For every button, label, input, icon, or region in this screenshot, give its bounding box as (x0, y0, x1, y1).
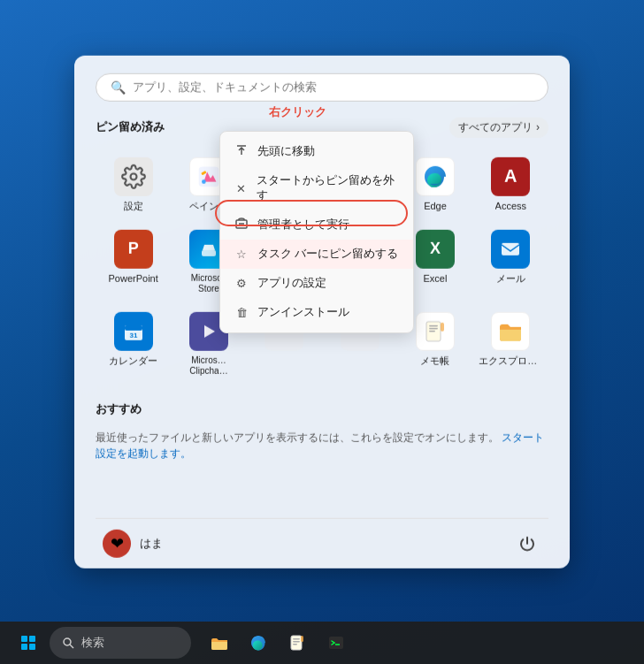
pin-taskbar-icon: ☆ (234, 248, 249, 261)
app-powerpoint-label: PowerPoint (109, 272, 158, 284)
svg-point-31 (64, 638, 71, 645)
start-button[interactable] (11, 625, 46, 660)
svg-rect-23 (441, 322, 444, 331)
app-access[interactable]: A Access (473, 149, 548, 218)
context-menu-item-move-top[interactable]: 先頭に移動 (220, 137, 413, 166)
svg-point-2 (202, 179, 206, 184)
context-app-settings-label: アプリの設定 (257, 276, 326, 291)
user-info[interactable]: ❤ はま (103, 529, 163, 557)
app-notepad-label: メモ帳 (420, 355, 449, 366)
recommended-text: 最近使ったファイルと新しいアプリを表示するには、これらを設定でオンにします。 ス… (96, 429, 548, 461)
svg-rect-27 (21, 636, 27, 642)
context-menu-item-pin-taskbar[interactable]: ☆ タスク バーにピン留めする (220, 240, 413, 269)
svg-rect-29 (21, 644, 27, 650)
svg-rect-15 (125, 324, 142, 330)
svg-rect-12 (502, 242, 519, 255)
app-settings-label: 設定 (124, 200, 143, 211)
taskbar-file-explorer[interactable] (202, 625, 237, 660)
context-unpin-start-label: スタートからピン留めを外す (257, 173, 399, 203)
app-calendar-label: カレンダー (109, 355, 157, 366)
notepad-icon (416, 311, 455, 350)
all-apps-button[interactable]: すべてのアプリ › (449, 117, 548, 137)
taskbar-search[interactable]: 検索 (50, 627, 191, 659)
run-admin-icon (234, 218, 249, 233)
recommended-title: おすすめ (96, 401, 142, 416)
context-pin-taskbar-label: タスク バーにピン留めする (257, 247, 398, 262)
settings-icon (114, 156, 153, 195)
app-excel-label: Excel (424, 272, 448, 284)
access-icon: A (491, 156, 530, 195)
app-settings-menu-icon: ⚙ (234, 277, 249, 290)
svg-rect-22 (429, 330, 435, 332)
svg-line-32 (70, 645, 73, 648)
taskbar-center-icons (202, 625, 354, 660)
svg-rect-10 (202, 249, 216, 256)
recommended-header: おすすめ (96, 401, 548, 416)
context-menu-item-uninstall[interactable]: 🗑 アンインストール (220, 298, 413, 327)
svg-rect-30 (29, 644, 35, 650)
context-menu-item-app-settings[interactable]: ⚙ アプリの設定 (220, 269, 413, 298)
user-name: はま (140, 535, 163, 551)
app-access-label: Access (495, 200, 526, 211)
user-avatar: ❤ (103, 529, 131, 557)
context-move-top-label: 先頭に移動 (257, 144, 315, 159)
context-uninstall-label: アンインストール (257, 305, 349, 320)
svg-rect-36 (293, 644, 297, 645)
app-explorer-label: エクスプローラー (479, 355, 542, 366)
svg-point-0 (130, 173, 136, 179)
app-powerpoint[interactable]: P PowerPoint (96, 222, 171, 301)
svg-rect-21 (429, 327, 438, 329)
search-input[interactable] (133, 80, 533, 94)
svg-rect-28 (29, 636, 35, 642)
svg-rect-20 (429, 324, 438, 326)
app-edge-label: Edge (424, 200, 447, 211)
app-settings[interactable]: 設定 (96, 149, 171, 218)
calendar-icon: 31 (114, 311, 153, 350)
svg-rect-33 (291, 636, 302, 650)
start-bottom-bar: ❤ はま (96, 517, 548, 568)
app-calendar[interactable]: 31 カレンダー (96, 304, 171, 383)
context-run-admin-label: 管理者として実行 (257, 218, 349, 233)
taskbar-edge[interactable] (241, 625, 276, 660)
search-icon: 🔍 (111, 80, 126, 94)
context-menu-item-unpin-start[interactable]: ✕ スタートからピン留めを外す (220, 166, 413, 210)
taskbar: 検索 (0, 622, 644, 664)
taskbar-notepad[interactable] (280, 625, 315, 660)
taskbar-search-label: 検索 (81, 635, 104, 651)
svg-rect-38 (329, 637, 343, 649)
recommended-section: おすすめ 最近使ったファイルと新しいアプリを表示するには、これらを設定でオンにし… (96, 401, 548, 461)
app-clipchamp2-label: Micros…Clipcha… (189, 355, 227, 376)
taskbar-terminal[interactable] (318, 625, 354, 660)
explorer-icon (491, 311, 530, 350)
svg-marker-18 (204, 324, 215, 337)
app-explorer[interactable]: エクスプローラー (473, 304, 548, 383)
excel-icon: X (416, 229, 455, 268)
unpin-start-icon: ✕ (234, 182, 248, 195)
svg-rect-35 (293, 641, 300, 643)
svg-rect-34 (293, 638, 300, 640)
powerpoint-icon: P (114, 229, 153, 268)
edge-icon (416, 156, 455, 195)
pinned-title: ピン留め済み (96, 119, 165, 135)
context-menu-item-run-admin[interactable]: 管理者として実行 (220, 210, 413, 240)
mail-icon (491, 229, 530, 268)
move-top-icon (234, 144, 249, 159)
search-bar[interactable]: 🔍 (96, 73, 548, 101)
app-mail[interactable]: メール (473, 222, 548, 301)
svg-text:31: 31 (129, 331, 137, 339)
power-button[interactable] (513, 529, 541, 557)
uninstall-icon: 🗑 (234, 306, 249, 319)
context-menu: 先頭に移動 ✕ スタートからピン留めを外す 管理者として実行 ☆ タスク バーに… (219, 131, 414, 333)
svg-rect-37 (301, 636, 303, 642)
app-mail-label: メール (496, 272, 525, 284)
